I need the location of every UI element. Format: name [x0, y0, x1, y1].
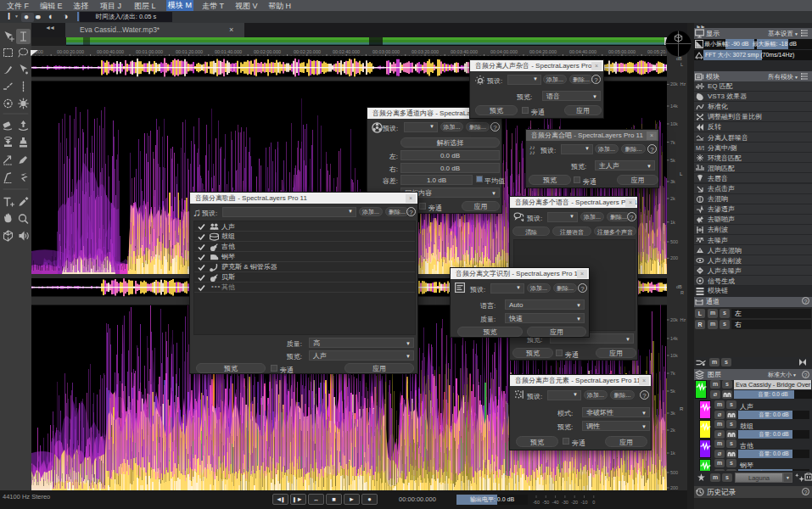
svg-text:20k: 20k [670, 317, 678, 322]
svg-text:14k: 14k [670, 336, 678, 341]
svg-text:1k: 1k [670, 220, 675, 225]
svg-text:00:03:40.000: 00:03:40.000 [451, 49, 478, 54]
svg-text:2k: 2k [670, 196, 675, 201]
svg-text:0: 0 [592, 500, 595, 505]
svg-text:-60: -60 [533, 500, 540, 505]
svg-text:5k: 5k [670, 389, 675, 394]
svg-text:10k: 10k [670, 121, 678, 126]
svg-text:3k: 3k [670, 179, 675, 184]
svg-text:Hz: Hz [680, 317, 686, 322]
svg-text:200: 200 [670, 255, 678, 260]
svg-text:-40: -40 [552, 500, 559, 505]
svg-text:500: 500 [670, 470, 678, 475]
svg-text:-20: -20 [571, 500, 578, 505]
svg-text:00:00:40.000: 00:00:40.000 [97, 49, 124, 54]
svg-text:1k: 1k [670, 450, 675, 456]
svg-text:00:01:00.000: 00:01:00.000 [136, 49, 163, 54]
svg-text:00:05:20.000: 00:05:20.000 [647, 49, 667, 54]
svg-text:M/S: M/S [696, 145, 704, 151]
svg-text:-10: -10 [581, 500, 588, 505]
svg-text:00:05:00.000: 00:05:00.000 [608, 49, 636, 54]
svg-text:-30: -30 [562, 500, 568, 505]
svg-text:00:02:40.000: 00:02:40.000 [333, 49, 360, 54]
svg-text:00:01:40.000: 00:01:40.000 [215, 49, 242, 54]
svg-text:20k: 20k [670, 81, 678, 87]
svg-text:L: L [680, 62, 683, 67]
svg-text:00:03:20.000: 00:03:20.000 [412, 49, 439, 54]
svg-text:Hz: Hz [680, 81, 686, 87]
svg-text:500: 500 [670, 239, 678, 244]
svg-text:00:04:40.000: 00:04:40.000 [569, 49, 596, 54]
svg-text:00:02:20.000: 00:02:20.000 [294, 49, 321, 54]
svg-text:-50: -50 [542, 500, 549, 505]
svg-text:R: R [680, 290, 684, 295]
svg-text:3k: 3k [670, 411, 675, 416]
svg-text:2k: 2k [670, 428, 675, 433]
svg-text:00:03:00.000: 00:03:00.000 [372, 49, 400, 54]
svg-text:♪♪: ♪♪ [529, 149, 535, 154]
svg-text:10k: 10k [670, 353, 678, 358]
svg-text:00:01:20.000: 00:01:20.000 [176, 49, 203, 54]
svg-text:00:00:20.000: 00:00:20.000 [57, 49, 84, 54]
svg-text:R: R [680, 406, 684, 411]
svg-text:dB: dB [676, 284, 682, 289]
svg-text:00:04:20.000: 00:04:20.000 [529, 49, 557, 54]
svg-text:00:04:00.000: 00:04:00.000 [490, 49, 518, 54]
svg-text:5k: 5k [670, 158, 675, 163]
svg-text:7k: 7k [670, 140, 675, 145]
svg-text:♫: ♫ [193, 206, 201, 216]
svg-text:00:02:00.000: 00:02:00.000 [254, 49, 281, 54]
svg-text:14k: 14k [670, 103, 678, 109]
svg-text:7k: 7k [670, 371, 675, 376]
